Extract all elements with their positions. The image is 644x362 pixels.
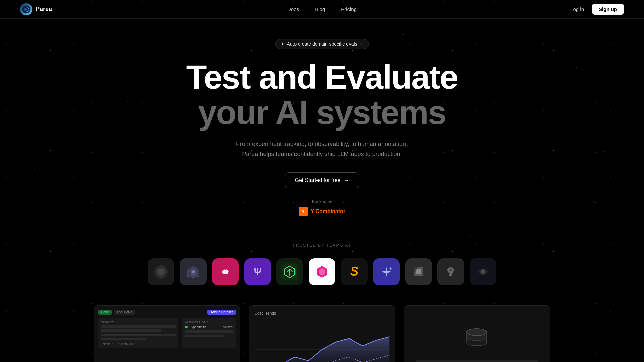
score-row-1: Specificity Neutral xyxy=(185,325,233,329)
navbar: Parea Docs Blog Pricing Log in Sign up xyxy=(0,0,644,19)
card1-toolbar: Done Log 1 of 2 Add to Dataset xyxy=(98,310,236,315)
card1-content: Done Log 1 of 2 Add to Dataset Target To… xyxy=(94,306,240,362)
svg-point-21 xyxy=(449,269,452,272)
chart-title: Cost Trends xyxy=(254,311,389,316)
company-logo-10 xyxy=(437,258,464,285)
login-button[interactable]: Log in xyxy=(570,6,584,12)
signup-button[interactable]: Sign up xyxy=(592,4,624,15)
card2-content: Cost Trends xyxy=(249,306,395,362)
target-label: Target xyxy=(101,321,176,324)
svg-text:S: S xyxy=(350,264,358,278)
yc-badge: Y Y Combinator xyxy=(299,207,346,216)
trusted-section: TRUSTED BY TEAMS AT xyxy=(0,236,644,299)
svg-point-24 xyxy=(482,270,484,273)
badge-text: Auto create domain-specific evals → xyxy=(287,41,363,47)
cta-button[interactable]: Get Started for free → xyxy=(285,172,359,188)
hero-title: Test and Evaluate your AI systems xyxy=(186,60,458,130)
svg-point-31 xyxy=(467,329,487,336)
nav-links: Docs Blog Pricing xyxy=(287,6,357,12)
card1-left-panel: Target Tokens: 152 / Chars: 382 xyxy=(98,318,178,348)
hero-badge[interactable]: ✦ Auto create domain-specific evals → xyxy=(275,39,369,49)
db-lines xyxy=(409,360,544,362)
score-dot-green xyxy=(185,326,188,328)
subtitle-line2: Parea helps teams confidently ship LLM a… xyxy=(242,150,402,157)
backed-by-section: Backed by Y Y Combinator xyxy=(299,199,346,216)
badge-icon: ✦ xyxy=(281,41,285,47)
add-to-dataset-button[interactable]: Add to Dataset xyxy=(207,310,236,315)
database-icon xyxy=(463,325,490,357)
chart-area xyxy=(254,320,389,362)
annotations-label: Annotations xyxy=(185,321,233,324)
company-logo-1 xyxy=(148,258,174,285)
hero-subtitle: From experiment tracking, to observabili… xyxy=(236,139,408,159)
company-logo-4: Ψ xyxy=(244,258,271,285)
yc-label: Y Combinator xyxy=(311,208,346,215)
text-line-4 xyxy=(101,338,146,340)
backed-label: Backed by xyxy=(312,199,332,204)
logo[interactable]: Parea xyxy=(20,3,52,15)
card1-main-row: Target Tokens: 152 / Chars: 382 Annotati… xyxy=(98,318,236,348)
hero-title-line1: Test and Evaluate xyxy=(186,60,458,95)
company-logo-6 xyxy=(309,258,335,285)
company-logo-9 xyxy=(405,258,432,285)
dashboard-preview: Done Log 1 of 2 Add to Dataset Target To… xyxy=(0,305,644,362)
trusted-label: TRUSTED BY TEAMS AT xyxy=(292,243,351,248)
company-logo-5 xyxy=(276,258,303,285)
status-done-chip: Done xyxy=(98,310,112,315)
cta-arrow: → xyxy=(344,177,349,183)
company-logo-2 xyxy=(180,258,207,285)
card1-right-panel: Annotations Specificity Neutral xyxy=(182,318,236,348)
text-line-1 xyxy=(101,325,176,328)
nav-link-pricing[interactable]: Pricing xyxy=(341,6,357,12)
nav-actions: Log in Sign up xyxy=(570,4,624,15)
text-line-2 xyxy=(101,329,161,332)
logos-row: Ψ S xyxy=(148,258,496,285)
company-logo-11 xyxy=(470,258,496,285)
logo-icon xyxy=(20,3,32,15)
score-value-specificity: Neutral xyxy=(223,325,233,329)
score-line-1 xyxy=(185,330,233,333)
hero-section: ✦ Auto create domain-specific evals → Te… xyxy=(0,19,644,236)
preview-card-database xyxy=(404,305,550,362)
nav-link-docs[interactable]: Docs xyxy=(287,6,299,12)
preview-card-annotation: Done Log 1 of 2 Add to Dataset Target To… xyxy=(94,305,240,362)
tokens-info: Tokens: 152 / Chars: 382 xyxy=(101,342,176,346)
score-line-2 xyxy=(185,335,224,337)
card3-content xyxy=(404,306,550,362)
score-label-specificity: Specificity xyxy=(191,325,206,329)
svg-rect-19 xyxy=(416,269,421,274)
nav-link-blog[interactable]: Blog xyxy=(315,6,325,12)
cta-label: Get Started for free xyxy=(295,177,341,183)
svg-text:Ψ: Ψ xyxy=(254,266,262,277)
yc-icon: Y xyxy=(299,207,308,216)
hero-title-line2: your AI systems xyxy=(186,95,458,130)
company-logo-7: S xyxy=(341,258,368,285)
text-line-3 xyxy=(101,334,176,336)
preview-card-chart: Cost Trends xyxy=(249,305,395,362)
db-line-1 xyxy=(416,360,538,362)
company-logo-3 xyxy=(212,258,239,285)
log-pager-chip: Log 1 of 2 xyxy=(114,310,135,315)
logo-text: Parea xyxy=(36,6,52,13)
subtitle-line1: From experiment tracking, to observabili… xyxy=(236,141,408,147)
company-logo-8 xyxy=(373,258,400,285)
